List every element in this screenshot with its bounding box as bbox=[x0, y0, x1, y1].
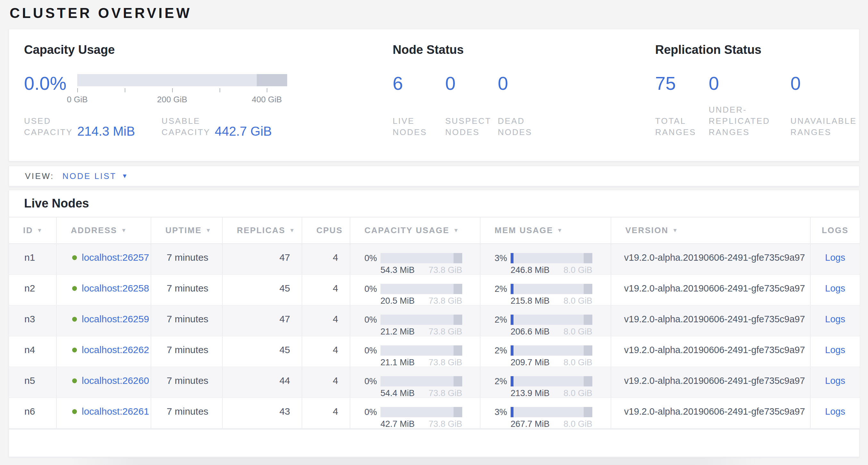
logs-cell: Logs bbox=[811, 337, 860, 367]
usage-used-value: 215.8 MiB bbox=[510, 297, 550, 305]
usage-percent-label: 2% bbox=[495, 284, 510, 294]
usage-bar-track bbox=[380, 253, 462, 263]
logs-link[interactable]: Logs bbox=[825, 314, 845, 336]
uptime-cell: 7 minutes bbox=[151, 398, 223, 429]
unavailable-ranges-label: UNAVAILABLE RANGES bbox=[790, 115, 860, 138]
usage-bar-reserved-segment bbox=[584, 376, 592, 386]
column-header-label: ID bbox=[23, 226, 33, 235]
address-link[interactable]: localhost:26258 bbox=[82, 283, 149, 293]
cpus-cell: 4 bbox=[302, 367, 350, 398]
address-link[interactable]: localhost:26257 bbox=[82, 252, 149, 263]
used-capacity-value: 214.3 MiB bbox=[77, 125, 135, 138]
capacity-bar-ticks: 0 GiB200 GiB400 GiB bbox=[77, 88, 287, 108]
usage-bar-fill bbox=[510, 253, 514, 263]
dead-nodes-label: DEAD NODES bbox=[498, 115, 550, 138]
replicas-cell: 45 bbox=[223, 337, 302, 367]
capacity-used-percent: 0.0% bbox=[24, 74, 77, 93]
view-dropdown[interactable]: NODE LIST ▼ bbox=[62, 171, 128, 181]
table-row: n5localhost:262607 minutes4440%54.4 MiB7… bbox=[9, 367, 860, 398]
node-id-cell: n4 bbox=[9, 337, 57, 367]
address-link[interactable]: localhost:26260 bbox=[82, 376, 149, 386]
usage-bar-track bbox=[380, 376, 462, 386]
column-header-label: ADDRESS bbox=[71, 226, 117, 235]
column-header-id[interactable]: ID▼ bbox=[9, 217, 57, 243]
usage-used-value: 206.6 MiB bbox=[510, 327, 550, 336]
usage-bar-fill bbox=[510, 284, 514, 294]
usage-bar-track bbox=[380, 284, 462, 294]
capacity-usage-heading: Capacity Usage bbox=[24, 43, 115, 57]
sort-arrow-icon: ▼ bbox=[673, 227, 679, 234]
address-link[interactable]: localhost:26262 bbox=[82, 345, 149, 355]
used-capacity-label: USED CAPACITY bbox=[24, 115, 77, 138]
usage-used-value: 21.2 MiB bbox=[380, 327, 415, 336]
usage-percent-label: 2% bbox=[495, 346, 510, 356]
capacity-usage-section: Capacity Usage 0.0% 0 GiB200 GiB400 GiB … bbox=[24, 29, 390, 161]
axis-tick bbox=[125, 88, 125, 92]
replicas-cell: 43 bbox=[223, 398, 302, 429]
live-nodes-table: ID▼ADDRESS▼UPTIME▼REPLICAS▼CPUSCAPACITY … bbox=[9, 217, 860, 429]
usage-used-value: 42.7 MiB bbox=[380, 420, 415, 429]
usage-total-value: 73.8 GiB bbox=[429, 389, 462, 398]
cpus-cell: 4 bbox=[302, 306, 350, 336]
usage-percent-label: 0% bbox=[365, 253, 380, 263]
sort-arrow-icon: ▼ bbox=[206, 227, 212, 234]
column-header-label: LOGS bbox=[822, 226, 849, 235]
live-status-dot-icon bbox=[72, 286, 77, 291]
address-cell: localhost:26262 bbox=[57, 337, 151, 367]
live-nodes-count: 6 bbox=[393, 74, 445, 93]
dead-nodes-count: 0 bbox=[498, 74, 550, 93]
axis-tick bbox=[172, 88, 173, 92]
axis-tick-label: 200 GiB bbox=[157, 95, 187, 105]
replicas-cell: 45 bbox=[223, 275, 302, 305]
logs-link[interactable]: Logs bbox=[825, 376, 845, 398]
live-nodes-heading: Live Nodes bbox=[24, 197, 89, 210]
column-header-mem-usage[interactable]: MEM USAGE▼ bbox=[480, 217, 611, 243]
logs-link[interactable]: Logs bbox=[825, 406, 845, 429]
column-header-address[interactable]: ADDRESS▼ bbox=[57, 217, 151, 243]
node-status-heading: Node Status bbox=[393, 43, 464, 57]
uptime-cell: 7 minutes bbox=[151, 337, 223, 367]
logs-link[interactable]: Logs bbox=[825, 283, 845, 305]
usage-bar-reserved-segment bbox=[584, 315, 592, 325]
version-cell: v19.2.0-alpha.20190606-2491-gfe735c9a97 bbox=[611, 244, 811, 274]
usage-used-value: 213.9 MiB bbox=[510, 389, 550, 398]
replication-status-labels: TOTAL RANGES UNDER-REPLICATED RANGES UNA… bbox=[655, 104, 860, 138]
under-replicated-ranges-count: 0 bbox=[709, 74, 790, 93]
usage-percent-label: 3% bbox=[495, 253, 510, 263]
logs-link[interactable]: Logs bbox=[825, 345, 845, 367]
sort-arrow-icon: ▼ bbox=[37, 227, 43, 234]
replicas-cell: 47 bbox=[223, 306, 302, 336]
column-header-label: CPUS bbox=[316, 226, 343, 235]
usage-bar-track bbox=[380, 407, 462, 417]
uptime-cell: 7 minutes bbox=[151, 367, 223, 398]
usage-total-value: 8.0 GiB bbox=[563, 389, 592, 398]
logs-link[interactable]: Logs bbox=[825, 252, 845, 274]
uptime-cell: 7 minutes bbox=[151, 275, 223, 305]
suspect-nodes-label: SUSPECT NODES bbox=[445, 115, 498, 138]
column-header-label: CAPACITY USAGE bbox=[365, 226, 450, 235]
cpus-cell: 4 bbox=[302, 337, 350, 367]
address-link[interactable]: localhost:26259 bbox=[82, 314, 149, 324]
usage-used-value: 20.5 MiB bbox=[380, 297, 415, 305]
axis-tick bbox=[77, 88, 78, 92]
view-selected-option[interactable]: NODE LIST bbox=[62, 171, 117, 181]
node-id-cell: n6 bbox=[9, 398, 57, 429]
usage-used-value: 209.7 MiB bbox=[510, 358, 550, 367]
column-header-version[interactable]: VERSION▼ bbox=[611, 217, 811, 243]
address-link[interactable]: localhost:26261 bbox=[82, 406, 149, 416]
capacity-usage-cell: 0%42.7 MiB73.8 GiB bbox=[350, 398, 480, 429]
column-header-uptime[interactable]: UPTIME▼ bbox=[151, 217, 223, 243]
cpus-cell: 4 bbox=[302, 244, 350, 274]
address-cell: localhost:26259 bbox=[57, 306, 151, 336]
used-capacity-stat: USED CAPACITY 214.3 MiB bbox=[24, 115, 135, 138]
column-header-replicas[interactable]: REPLICAS▼ bbox=[223, 217, 302, 243]
capacity-usage-cell: 0%20.5 MiB73.8 GiB bbox=[350, 275, 480, 305]
total-ranges-count: 75 bbox=[655, 74, 709, 93]
usage-bar-track bbox=[510, 315, 592, 325]
address-cell: localhost:26258 bbox=[57, 275, 151, 305]
usage-bar-track bbox=[380, 315, 462, 325]
logs-cell: Logs bbox=[811, 367, 860, 398]
column-header-capacity-usage[interactable]: CAPACITY USAGE▼ bbox=[350, 217, 480, 243]
node-id-cell: n2 bbox=[9, 275, 57, 305]
usage-bar-track bbox=[380, 345, 462, 356]
